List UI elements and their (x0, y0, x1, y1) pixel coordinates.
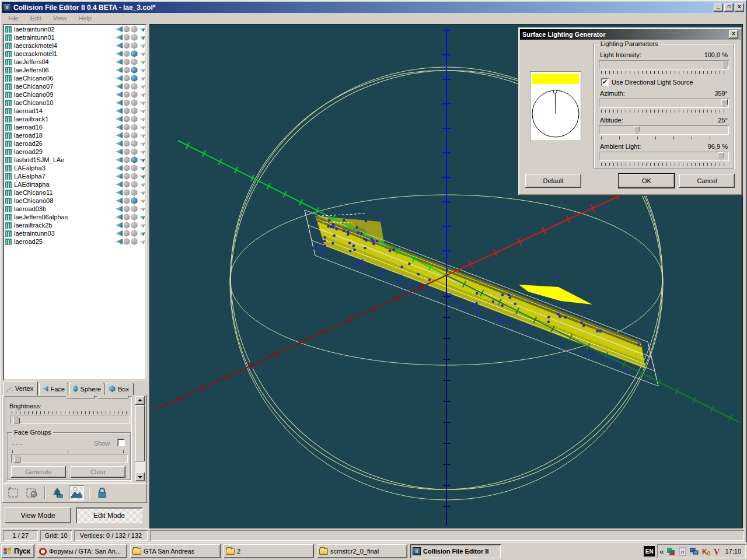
object-list-item[interactable]: laeChicano10 (4, 99, 145, 107)
scroll-up-button[interactable] (135, 396, 145, 405)
object-type-icon[interactable] (5, 124, 12, 131)
face-toggle-icon[interactable] (116, 205, 123, 212)
face-toggle-icon[interactable] (116, 83, 123, 90)
sphere-toggle-icon[interactable] (124, 198, 130, 204)
object-type-icon[interactable] (5, 26, 12, 33)
brightness-slider[interactable] (11, 415, 130, 424)
sphere-toggle-icon[interactable] (124, 100, 130, 106)
face-toggle-icon[interactable] (116, 99, 123, 106)
box-toggle-icon[interactable] (131, 124, 138, 131)
shadow-toggle-icon[interactable] (138, 148, 145, 155)
object-list-item[interactable]: LAEalpha3 (4, 164, 145, 172)
sphere-toggle-icon[interactable] (124, 239, 130, 245)
object-listbox[interactable]: laetraintunn02laetraintunn01laecrackmote… (3, 24, 146, 380)
object-list-item[interactable]: laeroad25 (4, 237, 145, 246)
tray-clock[interactable]: 17:10 (725, 548, 741, 555)
object-type-icon[interactable] (5, 198, 12, 204)
face-toggle-icon[interactable] (116, 156, 123, 163)
face-toggle-icon[interactable] (116, 124, 123, 131)
face-toggle-icon[interactable] (116, 238, 123, 245)
panel-scrollbar[interactable] (135, 396, 145, 481)
face-toggle-icon[interactable] (116, 222, 123, 229)
shadow-toggle-icon[interactable] (138, 164, 145, 172)
minimize-button[interactable]: _ (714, 4, 723, 12)
scrollbar-thumb[interactable] (135, 405, 145, 461)
box-toggle-icon[interactable] (131, 132, 138, 139)
object-type-icon[interactable] (5, 92, 12, 98)
shadow-toggle-icon[interactable] (138, 189, 145, 196)
sphere-toggle-icon[interactable] (124, 214, 130, 220)
scroll-down-button[interactable] (135, 473, 145, 481)
brightness-slider-thumb[interactable] (13, 415, 20, 424)
box-toggle-icon[interactable] (131, 42, 138, 49)
object-list-item[interactable]: laetraintunn02 (4, 25, 145, 33)
box-toggle-icon[interactable] (131, 34, 138, 41)
sphere-toggle-icon[interactable] (124, 141, 130, 147)
shadow-toggle-icon[interactable] (138, 173, 145, 180)
sphere-toggle-icon[interactable] (124, 92, 130, 98)
box-toggle-icon[interactable] (131, 173, 138, 180)
sphere-toggle-icon[interactable] (124, 83, 130, 90)
object-list-item[interactable]: laetraintunn01 (4, 33, 145, 41)
shadow-toggle-icon[interactable] (138, 66, 145, 74)
sphere-toggle-icon[interactable] (124, 59, 130, 65)
box-toggle-icon[interactable] (131, 148, 138, 155)
object-type-icon[interactable] (5, 190, 12, 196)
face-toggle-icon[interactable] (116, 230, 123, 237)
tray-network-icon[interactable] (690, 547, 699, 556)
surface-lighting-tool[interactable] (69, 485, 84, 501)
light-color-swatch[interactable] (532, 74, 579, 84)
face-groups-slider[interactable] (11, 454, 128, 463)
sphere-toggle-icon[interactable] (124, 165, 130, 172)
shadow-toggle-icon[interactable] (138, 107, 145, 114)
box-toggle-icon[interactable] (131, 197, 138, 204)
object-type-icon[interactable] (5, 149, 12, 155)
object-list-item[interactable]: laeJeffers06 (4, 66, 145, 74)
face-toggle-icon[interactable] (116, 91, 123, 98)
face-toggle-icon[interactable] (116, 50, 123, 57)
sphere-toggle-icon[interactable] (124, 206, 130, 212)
altitude-slider[interactable] (599, 125, 729, 135)
ambient-light-slider[interactable] (599, 152, 729, 161)
face-toggle-icon[interactable] (116, 58, 123, 65)
face-groups-slider-thumb[interactable] (14, 454, 20, 463)
face-toggle-icon[interactable] (116, 42, 123, 49)
shadow-toggle-icon[interactable] (138, 83, 145, 90)
object-type-icon[interactable] (5, 173, 12, 180)
shadow-toggle-icon[interactable] (138, 75, 145, 82)
lock-tool[interactable] (95, 485, 110, 501)
sphere-toggle-icon[interactable] (124, 75, 130, 82)
object-type-icon[interactable] (5, 165, 12, 172)
tray-kaspersky-icon[interactable]: K (701, 547, 710, 556)
menu-help[interactable]: Help (76, 14, 93, 22)
tray-app-icon[interactable] (666, 547, 675, 556)
box-toggle-icon[interactable] (131, 189, 138, 196)
shadow-toggle-icon[interactable] (138, 181, 145, 188)
box-toggle-icon[interactable] (131, 156, 138, 163)
ambient-light-slider-thumb[interactable] (718, 152, 724, 160)
generate-button[interactable]: Generate (11, 466, 66, 478)
shadow-toggle-icon[interactable] (138, 34, 145, 41)
object-list-item[interactable]: laeChicano06 (4, 74, 145, 82)
taskbar-task[interactable]: GTA San Andreas (130, 544, 221, 558)
face-toggle-icon[interactable] (116, 107, 123, 114)
object-list-item[interactable]: laerailtrack2b (4, 221, 145, 229)
object-type-icon[interactable] (5, 100, 12, 106)
object-list-item[interactable]: laeJeffers06alphas (4, 213, 145, 221)
object-list-item[interactable]: laeChicano09 (4, 90, 145, 99)
sphere-toggle-icon[interactable] (124, 157, 130, 163)
face-toggle-icon[interactable] (116, 164, 123, 172)
tab-vertex[interactable]: Vertex (3, 382, 38, 396)
light-intensity-slider-thumb[interactable] (722, 61, 728, 69)
sphere-toggle-icon[interactable] (124, 230, 130, 237)
object-type-icon[interactable] (5, 222, 12, 229)
menu-view[interactable]: View (51, 14, 69, 22)
shadow-toggle-icon[interactable] (138, 140, 145, 147)
box-toggle-icon[interactable] (131, 205, 138, 212)
object-list-item[interactable]: laeChicano11 (4, 188, 145, 197)
sphere-toggle-icon[interactable] (124, 190, 130, 196)
box-toggle-icon[interactable] (131, 222, 138, 229)
object-list-item[interactable]: laerailtrack1 (4, 115, 145, 123)
taskbar-task[interactable]: Форумы / GTA: San An... (37, 544, 127, 558)
shadow-toggle-icon[interactable] (138, 214, 145, 220)
